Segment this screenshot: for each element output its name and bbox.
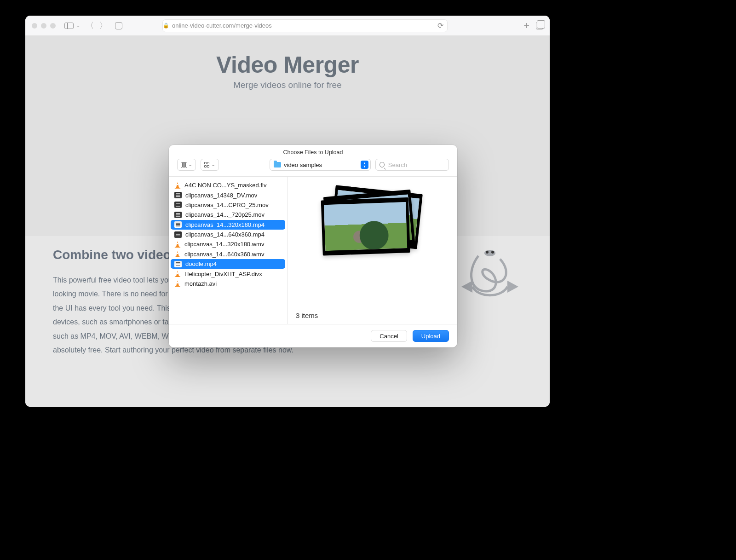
folder-name: video samples bbox=[284, 162, 358, 168]
new-tab-button[interactable]: + bbox=[523, 20, 529, 32]
file-name: Helicopter_DivXHT_ASP.divx bbox=[184, 271, 262, 277]
sidebar-toggle[interactable]: ⌄ bbox=[64, 23, 80, 29]
dialog-footer: Cancel Upload bbox=[169, 324, 457, 347]
file-row[interactable]: clipcanvas_14..._720p25.mov bbox=[169, 210, 287, 219]
sidebar-icon bbox=[64, 23, 74, 29]
view-grid-control[interactable]: ⌄ bbox=[201, 159, 219, 171]
minimize-window[interactable] bbox=[41, 23, 46, 29]
show-tabs-button[interactable] bbox=[536, 22, 543, 29]
dialog-title: Choose Files to Upload bbox=[169, 145, 457, 159]
file-row[interactable]: Helicopter_DivXHT_ASP.divx bbox=[169, 269, 287, 278]
preview-pane: 3 items bbox=[288, 177, 457, 324]
video-thumb-icon bbox=[174, 231, 182, 238]
file-name: A4C NON CO...YS_masked.flv bbox=[184, 182, 266, 189]
grid-icon bbox=[204, 162, 210, 167]
file-name: clipcanvas_14...640x360.mp4 bbox=[185, 231, 264, 238]
file-row[interactable]: clipcanvas_14348_DV.mov bbox=[169, 190, 287, 200]
vlc-icon bbox=[174, 280, 181, 287]
video-thumb-icon bbox=[174, 261, 182, 267]
chevron-down-icon: ⌄ bbox=[212, 162, 215, 167]
browser-window: ⌄ 〈 〉 🔒 online-video-cutter.com/merge-vi… bbox=[25, 16, 550, 407]
folder-icon bbox=[274, 162, 281, 167]
window-controls bbox=[32, 23, 56, 29]
video-thumb-icon bbox=[174, 192, 182, 198]
search-icon bbox=[380, 162, 385, 167]
up-down-icon: ▲▼ bbox=[361, 161, 368, 169]
file-row[interactable]: clipcanvas_14...320x180.mp4 bbox=[171, 220, 285, 230]
dialog-toolbar: ⌄ ⌄ video samples ▲▼ bbox=[169, 159, 457, 176]
search-input[interactable] bbox=[387, 161, 445, 169]
vlc-icon bbox=[174, 182, 181, 189]
file-picker-dialog: Choose Files to Upload ⌄ ⌄ bbox=[169, 145, 457, 347]
chevron-down-icon: ⌄ bbox=[75, 23, 80, 28]
vlc-icon bbox=[174, 241, 181, 248]
folder-popup[interactable]: video samples ▲▼ bbox=[270, 159, 371, 171]
file-name: clipcanvas_14...320x180.mp4 bbox=[185, 221, 264, 228]
file-name: clipcanvas_14...CPRO_25.mov bbox=[185, 202, 269, 208]
file-row[interactable]: montazh.avi bbox=[169, 279, 287, 289]
preview-stack bbox=[324, 190, 421, 263]
url-text: online-video-cutter.com/merge-videos bbox=[172, 22, 272, 29]
chevron-down-icon: ⌄ bbox=[189, 162, 192, 167]
columns-icon bbox=[181, 162, 187, 167]
share-button[interactable] bbox=[115, 22, 122, 29]
forward-button[interactable]: 〉 bbox=[98, 20, 109, 31]
file-list[interactable]: A4C NON CO...YS_masked.flvclipcanvas_143… bbox=[169, 177, 288, 324]
file-name: clipcanvas_14...320x180.wmv bbox=[184, 241, 264, 248]
upload-button[interactable]: Upload bbox=[413, 330, 449, 342]
video-thumb-icon bbox=[174, 221, 182, 228]
page-viewport: Video Merger Merge videos online for fre… bbox=[25, 36, 550, 407]
file-row[interactable]: clipcanvas_14...CPRO_25.mov bbox=[169, 200, 287, 210]
vlc-icon bbox=[174, 251, 181, 257]
search-field[interactable] bbox=[375, 159, 449, 171]
item-count: 3 items bbox=[296, 306, 318, 319]
browser-toolbar: ⌄ 〈 〉 🔒 online-video-cutter.com/merge-vi… bbox=[25, 16, 550, 36]
file-name: clipcanvas_14...640x360.wmv bbox=[184, 251, 264, 258]
lock-icon: 🔒 bbox=[163, 23, 169, 29]
file-name: clipcanvas_14348_DV.mov bbox=[185, 192, 257, 199]
file-row[interactable]: clipcanvas_14...640x360.wmv bbox=[169, 249, 287, 259]
view-column-control[interactable]: ⌄ bbox=[177, 159, 196, 171]
file-name: montazh.avi bbox=[184, 280, 217, 287]
vlc-icon bbox=[174, 271, 181, 277]
close-window[interactable] bbox=[32, 23, 37, 29]
file-row[interactable]: A4C NON CO...YS_masked.flv bbox=[169, 180, 287, 190]
video-thumb-icon bbox=[174, 212, 182, 218]
file-name: clipcanvas_14..._720p25.mov bbox=[185, 211, 264, 218]
file-name: doodle.mp4 bbox=[185, 260, 217, 267]
video-thumb-icon bbox=[174, 202, 182, 208]
reload-button[interactable]: ⟳ bbox=[437, 21, 447, 30]
address-bar[interactable]: 🔒 online-video-cutter.com/merge-videos ⟳ bbox=[162, 19, 448, 32]
cancel-button[interactable]: Cancel bbox=[371, 330, 407, 342]
file-row[interactable]: clipcanvas_14...320x180.wmv bbox=[169, 239, 287, 249]
file-row[interactable]: doodle.mp4 bbox=[171, 259, 285, 269]
preview-thumb bbox=[321, 197, 410, 256]
dialog-body: A4C NON CO...YS_masked.flvclipcanvas_143… bbox=[169, 176, 457, 324]
zoom-window[interactable] bbox=[50, 23, 56, 29]
file-row[interactable]: clipcanvas_14...640x360.mp4 bbox=[169, 230, 287, 239]
back-button[interactable]: 〈 bbox=[84, 20, 96, 31]
